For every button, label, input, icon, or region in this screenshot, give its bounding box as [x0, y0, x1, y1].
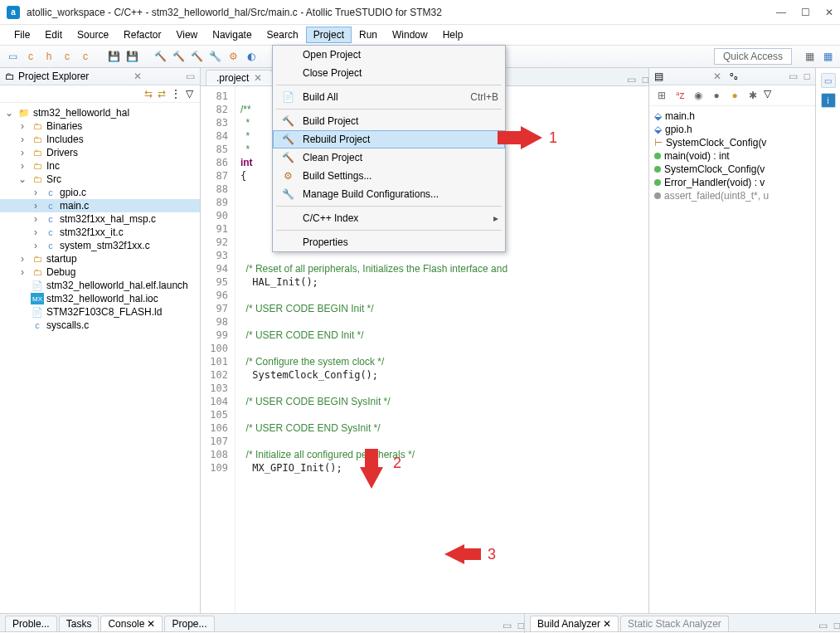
hammer-icon[interactable]: 🔨: [153, 49, 168, 64]
build-all-icon[interactable]: 🔨: [189, 49, 204, 64]
info-icon[interactable]: i: [821, 93, 836, 108]
menu-build-project[interactable]: 🔨Build Project: [273, 112, 505, 130]
tree-root[interactable]: stm32_helloworld_hal: [33, 107, 129, 119]
tree-drivers[interactable]: Drivers: [46, 147, 78, 158]
outline-max-icon[interactable]: □: [804, 71, 810, 82]
menu-file[interactable]: File: [7, 27, 37, 43]
az-icon[interactable]: ᵃz: [672, 88, 687, 103]
toggle-icon[interactable]: ◐: [244, 49, 259, 64]
quick-access[interactable]: Quick Access: [714, 48, 792, 65]
editor-min-icon[interactable]: ▭: [627, 74, 636, 85]
close-button[interactable]: ✕: [825, 7, 833, 18]
tree-inc[interactable]: Inc: [46, 160, 60, 172]
out-sysclock2[interactable]: SystemClock_Config(v: [664, 163, 765, 175]
menu-view[interactable]: View: [168, 27, 205, 43]
menu-manage-builds[interactable]: 🔧Manage Build Configurations...: [273, 185, 505, 203]
tree-startup[interactable]: startup: [46, 253, 77, 265]
filter-icon[interactable]: ⋮: [171, 88, 181, 100]
minimize-view-icon[interactable]: ▭: [186, 71, 195, 82]
menu-source[interactable]: Source: [70, 27, 116, 43]
maximize-button[interactable]: ☐: [801, 7, 810, 18]
build-target-icon[interactable]: ⚙: [226, 49, 240, 64]
new-hpp-icon[interactable]: c: [78, 49, 93, 64]
tree-system[interactable]: system_stm32f1xx.c: [60, 240, 150, 251]
tree-src[interactable]: Src: [46, 173, 61, 185]
tree-flash[interactable]: STM32F103C8_FLASH.ld: [46, 306, 162, 318]
perspective-debug-icon[interactable]: ▦: [820, 49, 835, 64]
menu-edit[interactable]: Edit: [37, 27, 70, 43]
perspective-c-icon[interactable]: ▦: [802, 49, 817, 64]
analyzer-min-icon[interactable]: ▭: [818, 620, 828, 631]
new-h-icon[interactable]: h: [41, 49, 56, 64]
tree-syscalls[interactable]: syscalls.c: [46, 319, 89, 331]
out-main[interactable]: main(void) : int: [664, 150, 730, 162]
out-gpioh[interactable]: gpio.h: [665, 124, 692, 135]
filter-out-icon[interactable]: ●: [709, 88, 724, 103]
tree-includes[interactable]: Includes: [46, 134, 84, 145]
menu-cc-index[interactable]: C/C++ Index▸: [273, 209, 505, 227]
menu-search[interactable]: Search: [260, 27, 306, 43]
hide-icon[interactable]: ◉: [691, 88, 706, 103]
link-editor-icon[interactable]: ⇄: [158, 88, 166, 100]
editor-tab-project[interactable]: .project✕: [206, 70, 273, 85]
menu-navigate[interactable]: Navigate: [205, 27, 259, 43]
tab-close-icon[interactable]: ✕: [254, 72, 262, 84]
out-sysclock[interactable]: SystemClock_Config(v: [666, 137, 766, 149]
trim-icon-1[interactable]: ▭: [821, 73, 836, 88]
tree-debug[interactable]: Debug: [46, 266, 75, 278]
tree-halmsp[interactable]: stm32f1xx_hal_msp.c: [60, 213, 156, 225]
explorer-close-icon[interactable]: ✕: [134, 71, 142, 82]
tab-build-analyzer[interactable]: Build Analyzer ✕: [530, 616, 619, 631]
menu-properties[interactable]: Properties: [273, 233, 505, 251]
tree-binaries[interactable]: Binaries: [46, 120, 82, 132]
menu-run[interactable]: Run: [352, 27, 385, 43]
tab-problems[interactable]: Proble...: [5, 616, 57, 631]
tree-it[interactable]: stm32f1xx_it.c: [60, 226, 124, 238]
menu-close-project[interactable]: Close Project: [273, 64, 505, 82]
fields-icon[interactable]: ●: [727, 88, 742, 103]
tree-gpio[interactable]: gpio.c: [60, 187, 86, 198]
new-icon[interactable]: ▭: [5, 49, 20, 64]
menu-window[interactable]: Window: [385, 27, 435, 43]
menu-build-all[interactable]: 📄Build AllCtrl+B: [273, 88, 505, 106]
new-c-icon[interactable]: c: [23, 49, 38, 64]
menu-help[interactable]: Help: [435, 27, 471, 43]
editor-max-icon[interactable]: □: [643, 74, 648, 85]
outline-min-icon[interactable]: ▭: [789, 71, 798, 82]
build-config-icon[interactable]: 🔧: [207, 49, 222, 64]
out-assert[interactable]: assert_failed(uint8_t*, u: [664, 190, 769, 202]
tab-tasks[interactable]: Tasks: [59, 616, 100, 631]
analyzer-max-icon[interactable]: □: [834, 620, 840, 631]
outline-tree[interactable]: ⬙main.h ⬙gpio.h ⊢SystemClock_Config(v ma…: [649, 106, 815, 206]
tree-main[interactable]: main.c: [60, 200, 89, 212]
menu-project[interactable]: Project: [306, 27, 352, 43]
view-menu-icon[interactable]: ▽: [186, 88, 193, 100]
menu-open-project[interactable]: Open Project: [273, 46, 505, 64]
explorer-icon: 🗀: [5, 71, 15, 82]
static-icon[interactable]: ✱: [745, 88, 760, 103]
tab-properties[interactable]: Prope...: [164, 616, 214, 631]
menu-rebuild-project[interactable]: 🔨Rebuild Project: [273, 130, 505, 149]
collapse-all-icon[interactable]: ⇆: [144, 88, 153, 100]
tab-static-stack[interactable]: Static Stack Analyzer: [620, 616, 729, 631]
console-max-icon[interactable]: □: [518, 620, 524, 631]
sort-icon[interactable]: ⊞: [654, 88, 669, 103]
outline-menu-icon[interactable]: ▽: [764, 88, 771, 103]
out-errhandler[interactable]: Error_Handler(void) : v: [664, 177, 765, 188]
out-mainh[interactable]: main.h: [665, 110, 695, 122]
tree-launch[interactable]: stm32_helloworld_hal.elf.launch: [46, 280, 188, 291]
menu-clean-project[interactable]: 🔨Clean Project: [273, 149, 505, 167]
tree-ioc[interactable]: stm32_helloworld_hal.ioc: [46, 293, 158, 304]
save-icon[interactable]: 💾: [106, 49, 121, 64]
project-tree[interactable]: ⌄📁stm32_helloworld_hal ›🗀Binaries ›🗀Incl…: [0, 103, 200, 613]
menu-build-settings[interactable]: ⚙Build Settings...: [273, 167, 505, 185]
menubar: File Edit Source Refactor View Navigate …: [0, 25, 840, 45]
menu-refactor[interactable]: Refactor: [116, 27, 168, 43]
tab-console[interactable]: Console ✕: [100, 616, 163, 631]
build-icon[interactable]: 🔨: [171, 49, 186, 64]
minimize-button[interactable]: —: [776, 7, 786, 18]
console-min-icon[interactable]: ▭: [503, 620, 512, 631]
outline-close-icon[interactable]: ✕: [713, 71, 721, 82]
new-cpp-icon[interactable]: c: [60, 49, 75, 64]
save-all-icon[interactable]: 💾: [124, 49, 139, 64]
